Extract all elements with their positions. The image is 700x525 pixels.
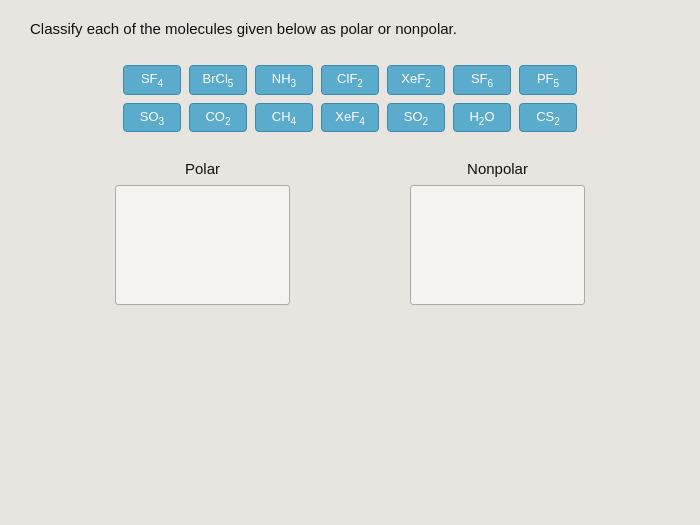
nonpolar-drop-box[interactable] [410,185,585,305]
molecule-SO2[interactable]: SO2 [387,103,445,133]
instructions-text: Classify each of the molecules given bel… [30,20,670,37]
molecules-area: SF4 BrCl5 NH3 ClF2 XeF2 SF6 PF5 SO3 CO2 … [30,65,670,132]
polar-drop-box[interactable] [115,185,290,305]
molecule-row-2: SO3 CO2 CH4 XeF4 SO2 H2O CS2 [123,103,577,133]
molecule-SO3[interactable]: SO3 [123,103,181,133]
molecule-CO2[interactable]: CO2 [189,103,247,133]
molecule-H2O[interactable]: H2O [453,103,511,133]
molecule-BrCl5[interactable]: BrCl5 [189,65,247,95]
molecule-row-1: SF4 BrCl5 NH3 ClF2 XeF2 SF6 PF5 [123,65,577,95]
page: Classify each of the molecules given bel… [0,0,700,525]
molecule-PF5[interactable]: PF5 [519,65,577,95]
molecule-SF6[interactable]: SF6 [453,65,511,95]
molecule-NH3[interactable]: NH3 [255,65,313,95]
drop-zones-area: Polar Nonpolar [30,160,670,305]
nonpolar-zone-container: Nonpolar [410,160,585,305]
molecule-CS2[interactable]: CS2 [519,103,577,133]
polar-zone-container: Polar [115,160,290,305]
polar-label: Polar [185,160,220,177]
molecule-ClF2[interactable]: ClF2 [321,65,379,95]
molecule-XeF2[interactable]: XeF2 [387,65,445,95]
molecule-SF4[interactable]: SF4 [123,65,181,95]
molecule-XeF4[interactable]: XeF4 [321,103,379,133]
nonpolar-label: Nonpolar [467,160,528,177]
molecule-CH4[interactable]: CH4 [255,103,313,133]
